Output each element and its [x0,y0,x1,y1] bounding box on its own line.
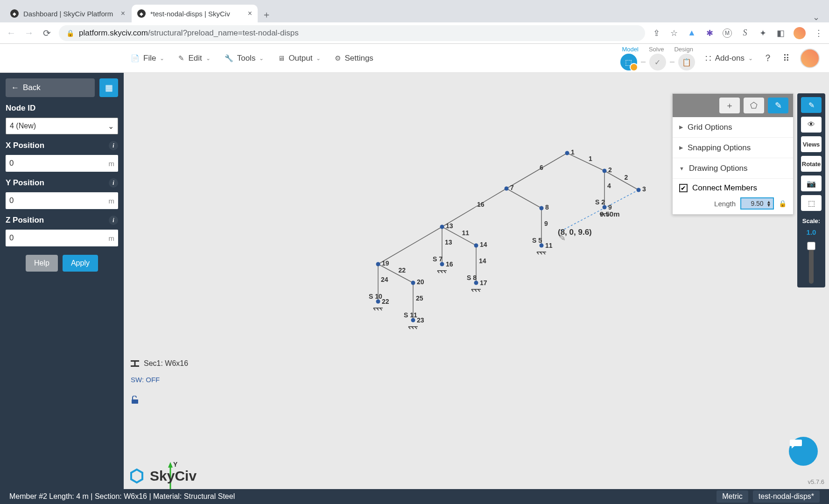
help-icon[interactable]: ？ [763,52,773,64]
menu-tools[interactable]: 🔧Tools⌄ [225,54,264,63]
share-icon[interactable]: ⇪ [652,28,661,38]
unit-label: m [109,160,115,168]
filename-chip[interactable]: test-nodal-disps* [753,490,820,503]
chat-button[interactable] [789,437,818,466]
chip-label: test-nodal-disps* [759,492,814,500]
mode-solve-label: Solve [649,46,664,53]
svg-text:S 7: S 7 [433,255,443,263]
add-tool-button[interactable]: ＋ [719,98,740,113]
sidepanel-icon[interactable]: ◧ [776,28,785,38]
grid-options-row[interactable]: ▶Grid Options [673,117,793,138]
rotate-button[interactable]: Rotate [801,156,822,172]
ext2-icon[interactable]: ✱ [705,28,714,38]
scale-slider[interactable] [809,242,814,284]
mode-solve-button[interactable]: ✓ [649,54,666,70]
browser-actions: ⇪ ☆ ▲ ✱ M S ✦ ◧ ⋮ [652,27,823,39]
ext3-icon[interactable]: M [723,28,732,38]
menu-edit[interactable]: ✎Edit⌄ [178,54,210,63]
menu-icon[interactable]: ⋮ [814,28,823,38]
tab-dashboard[interactable]: ◆ Dashboard | SkyCiv Platform × [5,5,131,22]
mode-model-button[interactable]: ⬚ [620,54,637,70]
svg-text:6: 6 [540,164,543,171]
svg-rect-64 [132,399,138,404]
menu-label: Tools [237,54,256,63]
views-button[interactable]: Views [801,136,822,152]
profile-avatar[interactable] [794,27,806,39]
input-value: 0 [9,159,14,168]
apply-button[interactable]: Apply [63,255,98,272]
svg-text:1: 1 [571,148,575,156]
button-label: Rotate [802,161,821,168]
connect-members-checkbox[interactable]: ✔ [679,184,688,192]
tabs-dropdown-icon[interactable]: ⌄ [813,12,829,22]
menu-output[interactable]: 🖥Output⌄ [278,54,321,63]
slider-thumb[interactable] [807,242,815,250]
chevron-down-icon: ⌄ [108,122,114,131]
svg-point-27 [565,151,569,155]
browser-tabs: ◆ Dashboard | SkyCiv Platform × ◆ *test-… [0,0,829,22]
svg-text:16: 16 [446,260,453,268]
eye-button[interactable]: 👁 [801,117,822,133]
apps-icon[interactable]: ⠿ [783,53,790,64]
lock-icon[interactable]: 🔒 [779,200,787,207]
svg-text:22: 22 [382,298,389,305]
unit-label: m [109,197,115,205]
drawing-options-row[interactable]: ▼Drawing Options [673,158,793,179]
gear-icon: ⚙ [335,54,341,63]
mode-design-button[interactable]: 📋 [678,54,695,70]
ext1-icon[interactable]: ▲ [687,28,696,38]
wrench-icon: 🔧 [225,54,233,63]
menu-settings[interactable]: ⚙Settings [335,54,373,63]
ext4-icon[interactable]: S [740,28,750,38]
svg-text:24: 24 [381,276,388,283]
close-icon[interactable]: × [248,9,252,18]
skyciv-logo: SkyCiv [128,468,197,484]
xpos-input[interactable]: 0m [6,155,118,172]
info-icon[interactable]: i [109,216,118,225]
length-input[interactable]: 9.50▲▼ [740,197,774,210]
reload-icon[interactable]: ⟳ [41,28,52,39]
y-axis-label: Y [173,461,178,468]
tab-nodal-disps[interactable]: ◆ *test-nodal-disps | SkyCiv × [132,5,258,22]
canvas[interactable]: 124691611131422242512378S 29S 5111314S 7… [124,73,829,489]
ypos-input[interactable]: 0m [6,192,118,209]
svg-text:S 8: S 8 [467,274,477,281]
forward-icon[interactable]: → [23,28,35,38]
back-icon[interactable]: ← [6,28,17,38]
pen-tool-button[interactable]: ✎ [768,98,788,113]
star-icon[interactable]: ☆ [669,28,679,38]
node-id-select[interactable]: 4 (New)⌄ [6,118,118,134]
cube-button[interactable]: ⬚ [801,195,822,211]
url-input[interactable]: 🔒 platform.skyciv.com/structural?preload… [59,25,645,41]
svg-text:S 5: S 5 [532,237,542,244]
camera-button[interactable]: 📷 [801,175,822,191]
monitor-icon: 🖥 [278,54,285,62]
addons-button[interactable]: ∷Add-ons⌄ [705,53,753,64]
back-button[interactable]: ←Back [6,78,95,97]
info-icon[interactable]: i [109,141,118,150]
box-tool-button[interactable]: ⬠ [744,98,764,113]
datasheet-button[interactable]: ▦ [99,78,118,97]
zpos-input[interactable]: 0m [6,230,118,246]
units-button[interactable]: Metric [717,490,748,503]
user-avatar[interactable] [800,49,820,68]
svg-text:1: 1 [589,155,592,162]
spinner-icon[interactable]: ▲▼ [766,200,771,207]
draw-panel: ＋ ⬠ ✎ ▶Grid Options ▶Snapping Options ▼D… [672,93,794,215]
pen-button[interactable]: ✎ [801,97,822,113]
svg-marker-66 [168,462,173,468]
coord-hint: (8, 0, 9.6) [558,228,592,237]
new-tab-button[interactable]: ＋ [259,7,274,22]
row-label: Snapping Options [688,143,751,153]
svg-text:2: 2 [608,166,612,174]
help-button[interactable]: Help [26,255,58,272]
triangle-right-icon: ▶ [679,124,683,130]
close-icon[interactable]: × [121,9,125,18]
snap-options-row[interactable]: ▶Snapping Options [673,138,793,158]
menu-file[interactable]: 📄File⌄ [131,54,164,63]
arrow-left-icon: ← [11,83,19,92]
menu-label: Add-ons [715,54,745,63]
info-icon[interactable]: i [109,178,118,188]
extensions-icon[interactable]: ✦ [758,28,767,38]
svg-text:9: 9 [544,220,548,227]
